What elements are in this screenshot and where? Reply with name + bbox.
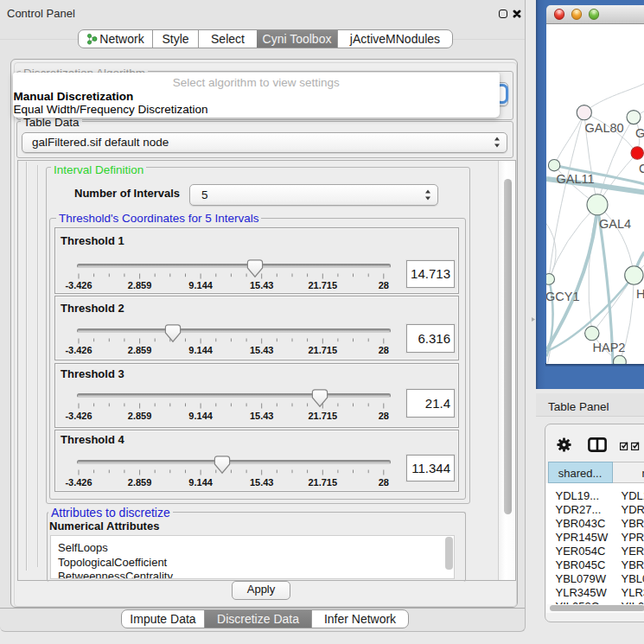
svg-text:HAP2: HAP2	[592, 341, 625, 354]
svg-text:GAL4: GAL4	[599, 216, 631, 230]
svg-text:H: H	[636, 286, 644, 300]
svg-text:GAL80: GAL80	[584, 120, 623, 134]
svg-text:GA: GA	[635, 126, 644, 140]
svg-text:GAL11: GAL11	[556, 172, 594, 186]
svg-text:GCY1: GCY1	[546, 289, 580, 303]
svg-text:C: C	[639, 161, 644, 175]
